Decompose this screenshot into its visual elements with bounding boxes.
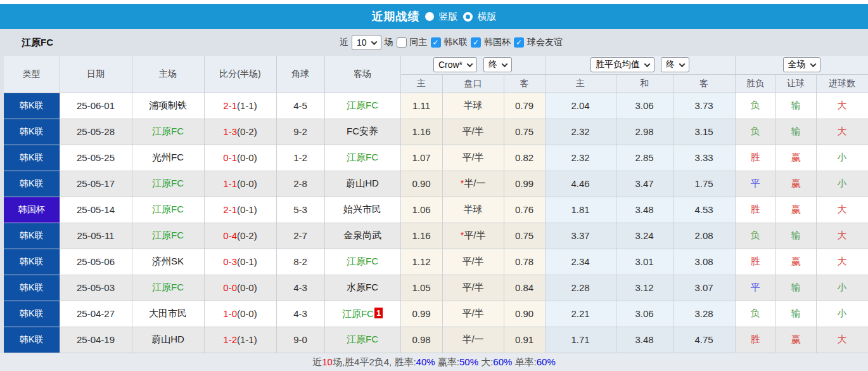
results-table: 类型 日期 主场 比分(半场) 角球 客场 Crow* 终 (4, 56, 868, 353)
horizontal-layout-label[interactable]: 横版 (478, 11, 497, 23)
filter-bar: 江原FC 近 10 场 同主 ✓ 韩K联 ✓ 韩国杯 ✓ 球会友谊 (0, 29, 868, 56)
match-row: 韩K联25-05-06济州SK0-3(0-1)8-2江原FC1.12平/半0.7… (4, 249, 868, 275)
halftime-score: (0-1) (237, 256, 257, 267)
league-koreacup-label[interactable]: 韩国杯 (484, 37, 511, 48)
fulltime-score: 2-1 (223, 204, 237, 215)
match-score: 1-3(0-2) (204, 119, 276, 145)
odds-time-select[interactable]: 终 (483, 57, 512, 72)
handicap-cell: 半/一 (442, 327, 504, 353)
handicap-cell: *半/一 (442, 171, 504, 197)
league-type-badge: 韩K联 (4, 119, 60, 145)
avg-draw-odds: 3.06 (616, 301, 673, 327)
match-row: 韩K联25-05-25光州FC0-1(0-0)1-2江原FC1.07平/半0.8… (4, 145, 868, 171)
handicap-line: 半/一 (462, 334, 483, 344)
fulltime-score: 2-1 (223, 100, 237, 111)
league-koreacup-checkbox[interactable]: ✓ (471, 37, 481, 48)
avg-away-odds: 3.15 (673, 119, 735, 145)
home-team: 蔚山HD (132, 327, 204, 353)
chevron-down-icon (679, 61, 686, 67)
result-handicap: 输 (775, 119, 816, 145)
header-corner: 角球 (276, 56, 324, 93)
horizontal-layout-radio[interactable] (463, 12, 473, 22)
avg-time-select[interactable]: 终 (661, 57, 689, 72)
match-date: 25-05-14 (60, 197, 132, 223)
match-date: 25-04-19 (60, 327, 132, 353)
home-odds: 0.98 (400, 327, 442, 353)
title-bar: 近期战绩 竖版 横版 (0, 4, 868, 29)
result-scope-select[interactable]: 全场 (783, 57, 820, 72)
halftime-score: (1-1) (237, 100, 257, 111)
away-odds: 0.99 (504, 171, 545, 197)
odds-company-select[interactable]: Crow* (433, 57, 477, 72)
avg-home-odds: 4.46 (545, 171, 616, 197)
summary-segment: 赢率: (435, 356, 459, 367)
summary-segment: 近 (312, 356, 322, 367)
away-odds: 0.75 (504, 223, 545, 249)
league-kleague-label[interactable]: 韩K联 (444, 37, 468, 48)
result-wdl: 负 (735, 93, 775, 119)
result-wdl: 平 (735, 275, 775, 301)
league-type-badge: 韩K联 (4, 275, 60, 301)
subheader-odds-home: 主 (400, 74, 442, 93)
summary-segment: 50% (459, 356, 478, 367)
avg-away-odds: 3.07 (673, 275, 735, 301)
result-goals: 大 (816, 93, 868, 119)
home-team: 济州SK (132, 249, 204, 275)
away-team-name: FC安养 (347, 126, 378, 136)
home-odds: 1.06 (400, 197, 442, 223)
home-team-name: 江原FC (152, 230, 184, 240)
games-unit-label: 场 (385, 37, 393, 48)
result-goals: 小 (816, 275, 868, 301)
corner-score: 4-3 (276, 301, 324, 327)
result-group-header: 全场 (735, 56, 868, 74)
avg-home-odds: 2.32 (545, 145, 616, 171)
league-friendly-checkbox[interactable]: ✓ (514, 37, 524, 48)
home-team-name: 江原FC (152, 204, 184, 214)
avg-away-odds: 2.08 (673, 223, 735, 249)
avg-home-odds: 2.34 (545, 249, 616, 275)
away-team-name: 金泉尚武 (343, 230, 381, 240)
home-team-name: 光州FC (152, 152, 184, 162)
fulltime-score: 0-4 (223, 230, 237, 241)
avg-draw-odds: 3.48 (616, 197, 673, 223)
summary-segment: 60% (493, 356, 512, 367)
match-score: 0-0(0-0) (204, 275, 276, 301)
summary-line: 近10场,胜4平2负4, 胜率:40% 赢率:50% 大:60% 单率:60% (0, 353, 868, 371)
result-goals: 大 (816, 223, 868, 249)
result-wdl: 胜 (735, 327, 775, 353)
result-goals: 小 (816, 145, 868, 171)
match-row: 韩K联25-05-28江原FC1-3(0-2)9-2FC安养1.16平/半0.7… (4, 119, 868, 145)
home-team-name: 浦项制铁 (149, 100, 187, 110)
league-type-badge: 韩K联 (4, 171, 60, 197)
vertical-layout-radio[interactable] (425, 12, 434, 21)
handicap-line: 平/半 (464, 230, 485, 240)
corner-score: 2-7 (276, 223, 324, 249)
league-friendly-label[interactable]: 球会友谊 (527, 37, 563, 48)
match-row: 韩K联25-04-27大田市民1-0(0-0)4-3江原FC10.99平/半0.… (4, 301, 868, 327)
home-team: 浦项制铁 (132, 93, 204, 119)
same-home-label[interactable]: 同主 (410, 37, 428, 48)
away-team-name: 水原FC (347, 282, 378, 292)
match-score: 2-1(0-1) (204, 197, 276, 223)
avg-away-odds: 3.08 (673, 249, 735, 275)
avg-home-odds: 1.71 (545, 327, 616, 353)
match-date: 25-05-03 (60, 275, 132, 301)
avg-draw-odds: 3.01 (616, 249, 673, 275)
avg-type-select[interactable]: 胜平负均值 (590, 57, 654, 72)
result-goals: 大 (816, 119, 868, 145)
same-home-checkbox[interactable] (397, 37, 407, 48)
league-type-badge: 韩K联 (4, 249, 60, 275)
avg-away-odds: 3.73 (673, 93, 735, 119)
games-count-select[interactable]: 10 (352, 35, 381, 50)
avg-type-value: 胜平负均值 (596, 59, 640, 70)
home-team: 江原FC (132, 223, 204, 249)
corner-score: 9-2 (276, 119, 324, 145)
league-kleague-checkbox[interactable]: ✓ (431, 37, 441, 48)
fulltime-score: 0-0 (223, 282, 237, 293)
result-scope-value: 全场 (788, 59, 806, 70)
handicap-cell: *平/半 (442, 223, 504, 249)
header-date: 日期 (60, 56, 132, 93)
result-wdl: 负 (735, 301, 775, 327)
vertical-layout-label[interactable]: 竖版 (439, 11, 458, 23)
avg-home-odds: 3.37 (545, 223, 616, 249)
